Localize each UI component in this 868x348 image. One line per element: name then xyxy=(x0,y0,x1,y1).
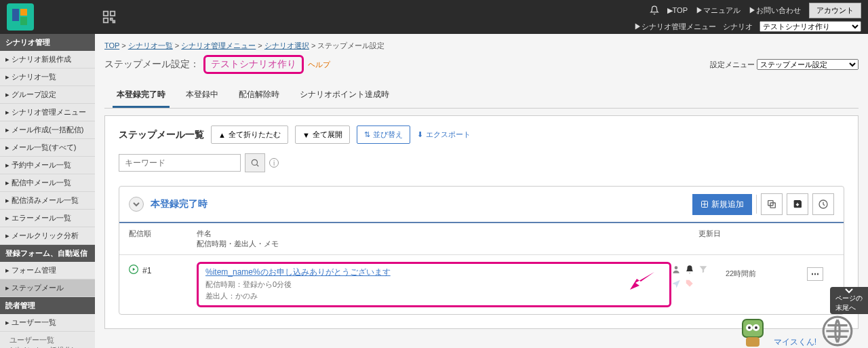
scenario-name-highlight: テストシナリオ作り xyxy=(203,55,304,74)
sidebar-item[interactable]: ▸ 予約中メール一覧 xyxy=(0,157,95,174)
sort-button[interactable]: ⇅ 並び替え xyxy=(357,125,410,144)
mascot[interactable]: マイスくん! xyxy=(736,314,854,348)
breadcrumb-link[interactable]: シナリオ選択 xyxy=(264,41,309,50)
sidebar-item[interactable]: ▸ ユーザー一覧 xyxy=(0,314,95,332)
logo[interactable] xyxy=(7,3,34,31)
export-button[interactable]: ⬇ エクスポート xyxy=(417,130,471,140)
sidebar-item[interactable]: ▸ シナリオ一覧 xyxy=(0,69,95,86)
sidebar-header-form: 登録フォーム、自動返信 xyxy=(0,245,95,262)
sidebar-item[interactable]: ▸ シナリオ新規作成 xyxy=(0,51,95,69)
tabs: 本登録完了時 本登録中 配信解除時 シナリオポイント達成時 xyxy=(104,81,859,109)
col-header-date: 更新日 xyxy=(698,229,807,249)
panel-title: ステップメール一覧 xyxy=(119,129,204,141)
svg-point-6 xyxy=(252,159,257,165)
bell-icon xyxy=(685,265,694,276)
sidebar-item[interactable]: ユーザー一覧 (ポイント一括操作) xyxy=(0,332,95,348)
sidebar-item[interactable]: ▸ フォーム管理 xyxy=(0,262,95,279)
sidebar-item-stepmail[interactable]: ▸ ステップメール xyxy=(0,279,95,297)
qr-icon[interactable] xyxy=(102,9,117,24)
more-button[interactable]: ⋯ xyxy=(807,267,823,281)
copy-button[interactable] xyxy=(761,193,783,215)
fold-all-button[interactable]: ▲ 全て折りたたむ xyxy=(211,125,288,144)
sidebar-header-scenario: シナリオ管理 xyxy=(0,34,95,51)
row-timing: 配信時期：登録から0分後 xyxy=(205,279,663,290)
link-contact[interactable]: ▶お問い合わせ xyxy=(749,5,801,16)
filter-icon xyxy=(698,265,708,276)
breadcrumb-current: ステップメール設定 xyxy=(317,41,384,50)
setting-menu-label: 設定メニュー xyxy=(710,60,755,69)
svg-rect-1 xyxy=(20,9,27,16)
col-header-order: 配信順 xyxy=(129,229,197,249)
svg-rect-2 xyxy=(20,17,27,25)
svg-point-12 xyxy=(675,266,678,269)
info-icon[interactable]: i xyxy=(269,158,279,168)
scenario-select[interactable]: テストシナリオ作り xyxy=(760,21,861,32)
table-row: #1 %item_name%のお申し込みありがとうございます 配信時期：登録から… xyxy=(119,255,844,314)
play-icon[interactable] xyxy=(129,265,138,276)
svg-rect-18 xyxy=(746,337,760,347)
tab-point[interactable]: シナリオポイント達成時 xyxy=(296,86,393,108)
arrow-callout-icon xyxy=(629,271,656,293)
col-header-subject-meta: 配信時期・差出人・メモ xyxy=(197,239,698,249)
tab-registering[interactable]: 本登録中 xyxy=(182,86,222,108)
breadcrumb-link[interactable]: TOP xyxy=(104,41,119,50)
col-header-subject: 件名 xyxy=(197,229,698,239)
tab-registered[interactable]: 本登録完了時 xyxy=(113,86,170,108)
user-icon xyxy=(671,265,681,276)
sidebar-item[interactable]: ▸ メール作成(一括配信) xyxy=(0,121,95,139)
row-subject-highlight: %item_name%のお申し込みありがとうございます 配信時期：登録から0分後… xyxy=(197,262,671,307)
link-scenario-menu[interactable]: ▶シナリオ管理メニュー xyxy=(634,22,716,32)
collapse-toggle[interactable] xyxy=(129,197,144,212)
sidebar-item[interactable]: ▸ エラーメール一覧 xyxy=(0,210,95,227)
search-input[interactable] xyxy=(119,154,241,172)
breadcrumb: TOP > シナリオ一覧 > シナリオ管理メニュー > シナリオ選択 > ステッ… xyxy=(104,41,859,51)
row-subject-link[interactable]: %item_name%のお申し込みありがとうございます xyxy=(205,267,391,277)
add-new-button[interactable]: 新規追加 xyxy=(692,194,752,215)
sidebar-item[interactable]: ▸ 配信済みメール一覧 xyxy=(0,192,95,210)
search-button[interactable] xyxy=(245,153,265,172)
send-icon xyxy=(671,279,681,290)
tab-unsubscribed[interactable]: 配信解除時 xyxy=(235,86,283,108)
download-button[interactable] xyxy=(787,193,808,215)
bell-icon[interactable] xyxy=(650,5,659,16)
tag-icon xyxy=(685,279,694,290)
row-order-number: #1 xyxy=(142,266,151,275)
svg-rect-5 xyxy=(104,18,108,22)
link-manual[interactable]: ▶マニュアル xyxy=(696,5,741,16)
sidebar-item[interactable]: ▸ 配信中メール一覧 xyxy=(0,174,95,192)
expand-all-button[interactable]: ▼ 全て展開 xyxy=(295,125,350,144)
breadcrumb-link[interactable]: シナリオ管理メニュー xyxy=(181,41,256,50)
page-bottom-float[interactable]: ページの 末尾へ xyxy=(830,287,868,314)
scenario-label: シナリオ xyxy=(723,22,753,32)
svg-point-17 xyxy=(755,326,757,329)
page-title: ステップメール設定： xyxy=(104,58,199,71)
breadcrumb-link[interactable]: シナリオ一覧 xyxy=(128,41,173,50)
svg-rect-4 xyxy=(111,12,115,16)
sidebar-header-reader: 読者管理 xyxy=(0,297,95,314)
sidebar: シナリオ管理 ▸ シナリオ新規作成 ▸ シナリオ一覧 ▸ グループ設定 ▸ シナ… xyxy=(0,34,95,348)
account-button[interactable]: アカウント xyxy=(809,3,861,18)
row-date: 22時間前 xyxy=(726,262,807,279)
link-top[interactable]: ▶TOP xyxy=(667,6,688,15)
svg-point-16 xyxy=(748,326,751,329)
sidebar-item[interactable]: ▸ シナリオ管理メニュー xyxy=(0,104,95,121)
svg-rect-13 xyxy=(743,320,763,337)
sidebar-item[interactable]: ▸ メールクリック分析 xyxy=(0,227,95,245)
section-title: 本登録完了時 xyxy=(151,198,208,210)
row-from: 差出人：かのみ xyxy=(205,291,663,301)
setting-menu-select[interactable]: ステップメール設定 xyxy=(757,59,859,70)
history-button[interactable] xyxy=(812,193,834,215)
sidebar-item[interactable]: ▸ メール一覧(すべて) xyxy=(0,139,95,157)
svg-rect-3 xyxy=(104,12,108,16)
svg-rect-0 xyxy=(12,9,19,21)
help-link[interactable]: ヘルプ xyxy=(308,60,330,70)
sidebar-item[interactable]: ▸ グループ設定 xyxy=(0,86,95,104)
topbar: ▶TOP ▶マニュアル ▶お問い合わせ アカウント ▶シナリオ管理メニュー シナ… xyxy=(0,0,868,34)
